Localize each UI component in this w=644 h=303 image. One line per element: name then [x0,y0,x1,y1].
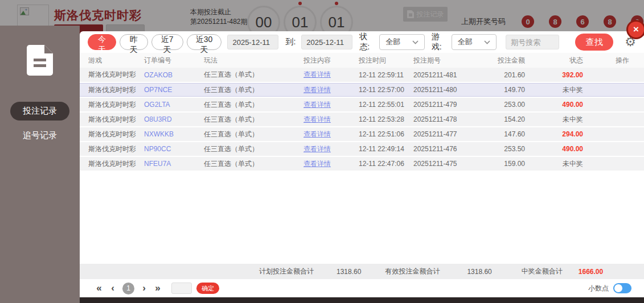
first-page-button[interactable]: « [92,283,106,294]
col-play: 玩法 [204,53,303,68]
period-search-input[interactable] [506,35,559,49]
valid-total-value: 1318.60 [467,268,491,276]
quick-filter-yesterday[interactable]: 昨天 [120,34,148,50]
status-label: 状态: [359,32,374,52]
sidebar-item-bet-records[interactable]: 投注记录 [10,102,69,121]
prev-page-button[interactable]: ‹ [106,283,120,294]
toggle-knob [614,284,622,292]
sidebar-item-chase-records[interactable]: 追号记录 [10,126,69,145]
cell-bet-time: 12-11 22:51:06 [359,127,413,142]
table-empty-space [80,172,644,264]
cell-action [583,97,644,112]
cell-bet-period: 20251211-478 [413,112,468,127]
page-jump-input[interactable] [171,283,192,294]
col-status: 状态 [525,53,583,68]
quick-filter-today[interactable]: 今天 [88,34,116,50]
cell-bet-amount: 159.00 [468,156,525,171]
cell-order-id-link[interactable]: O8U3RD [144,112,204,127]
cell-order-id-link[interactable]: NFEU7A [144,156,204,171]
cell-bet-time: 12-11 22:55:01 [359,97,413,112]
cell-play: 任三直选（单式） [204,142,303,156]
current-page-button[interactable]: 1 [122,283,134,294]
col-amount: 投注金额 [468,53,525,68]
date-to-input[interactable] [301,35,352,49]
page-jump-confirm-button[interactable]: 确定 [196,283,219,294]
decimal-toggle-switch[interactable] [613,283,631,293]
cell-order-id-link[interactable]: OZAKOB [144,68,204,82]
game-select[interactable]: 全部 [452,34,497,50]
win-total-label: 中奖金额合计 [522,267,563,276]
cell-status: 未中奖 [525,112,583,127]
cell-action [583,156,644,171]
cell-order-id-link[interactable]: NP90CC [144,142,204,156]
gear-icon[interactable]: ⚙ [625,36,636,48]
cell-game: 斯洛伐克时时彩 [80,68,144,82]
cell-bet-period: 20251211-476 [413,142,468,156]
cell-view-detail-link[interactable]: 查看详情 [303,142,359,156]
cell-action [583,68,644,82]
cell-action [583,142,644,156]
cell-view-detail-link[interactable]: 查看详情 [303,127,359,142]
cell-view-detail-link[interactable]: 查看详情 [303,82,359,97]
bet-records-table: 游戏 订单编号 玩法 投注内容 投注时间 投注期号 投注金额 状态 操作 斯洛伐… [80,53,644,172]
table-row[interactable]: 斯洛伐克时时彩 NFEU7A 任三直选（单式） 查看详情 12-11 22:47… [80,156,644,171]
cell-view-detail-link[interactable]: 查看详情 [303,112,359,127]
cell-order-id-link[interactable]: NXWKKB [144,127,204,142]
cell-order-id-link[interactable]: OG2LTA [144,97,204,112]
bet-records-modal: 今天 昨天 近7天 近30天 到: 状态: 全部 游戏: 全部 查找 ⚙ [80,31,644,297]
cell-action [583,112,644,127]
cell-play: 任三直选（单式） [204,112,303,127]
search-button[interactable]: 查找 [575,34,613,51]
cell-play: 任三直选（单式） [204,97,303,112]
close-icon[interactable]: × [628,22,644,38]
col-game: 游戏 [80,53,144,68]
cell-order-id-link[interactable]: OP7NCE [144,82,204,97]
table-row[interactable]: 斯洛伐克时时彩 OZAKOB 任三直选（单式） 查看详情 12-11 22:59… [80,68,644,82]
quick-filter-7days[interactable]: 近7天 [151,34,183,50]
cell-bet-amount: 149.70 [468,82,525,97]
planned-total-label: 计划投注金额合计 [259,267,314,276]
cell-bet-amount: 253.00 [468,97,525,112]
next-page-button[interactable]: › [137,283,151,294]
cell-view-detail-link[interactable]: 查看详情 [303,97,359,112]
cell-bet-period: 20251211-475 [413,156,468,171]
table-header: 游戏 订单编号 玩法 投注内容 投注时间 投注期号 投注金额 状态 操作 [80,53,644,68]
table-row[interactable]: 斯洛伐克时时彩 NP90CC 任三直选（单式） 查看详情 12-11 22:49… [80,142,644,156]
cell-view-detail-link[interactable]: 查看详情 [303,68,359,82]
modal-sidebar: 投注记录 追号记录 [0,26,80,303]
cell-status: 294.00 [525,127,583,142]
table-row[interactable]: 斯洛伐克时时彩 OP7NCE 任三直选（单式） 查看详情 12-11 22:57… [80,82,644,97]
decimal-toggle-label: 小数点 [588,284,609,293]
cell-status: 490.00 [525,142,583,156]
cell-game: 斯洛伐克时时彩 [80,82,144,97]
cell-action [583,82,644,97]
cell-bet-amount: 154.20 [468,112,525,127]
cell-view-detail-link[interactable]: 查看详情 [303,156,359,171]
cell-game: 斯洛伐克时时彩 [80,112,144,127]
table-row[interactable]: 斯洛伐克时时彩 O8U3RD 任三直选（单式） 查看详情 12-11 22:53… [80,112,644,127]
pagination-bar: « ‹ 1 › » 确定 小数点 [80,279,644,297]
table-row[interactable]: 斯洛伐克时时彩 NXWKKB 任三直选（单式） 查看详情 12-11 22:51… [80,127,644,142]
table-body: 斯洛伐克时时彩 OZAKOB 任三直选（单式） 查看详情 12-11 22:59… [80,68,644,171]
col-order-id: 订单编号 [144,53,204,68]
document-icon [27,45,53,76]
date-from-input[interactable] [227,35,278,49]
col-action: 操作 [583,53,644,68]
cell-game: 斯洛伐克时时彩 [80,97,144,112]
status-select-value: 全部 [385,37,400,47]
cell-game: 斯洛伐克时时彩 [80,142,144,156]
quick-filter-30days[interactable]: 近30天 [187,34,222,50]
cell-game: 斯洛伐克时时彩 [80,127,144,142]
status-select[interactable]: 全部 [379,34,425,50]
game-select-value: 全部 [458,37,473,47]
game-label: 游戏: [432,32,446,52]
cell-play: 任三直选（单式） [204,82,303,97]
cell-bet-period: 20251211-481 [413,68,468,82]
cell-bet-time: 12-11 22:53:28 [359,112,413,127]
cell-status: 未中奖 [525,82,583,97]
cell-action [583,127,644,142]
last-page-button[interactable]: » [151,283,165,294]
cell-bet-time: 12-11 22:59:11 [359,68,413,82]
table-row[interactable]: 斯洛伐克时时彩 OG2LTA 任三直选（单式） 查看详情 12-11 22:55… [80,97,644,112]
chevron-down-icon [484,40,490,44]
